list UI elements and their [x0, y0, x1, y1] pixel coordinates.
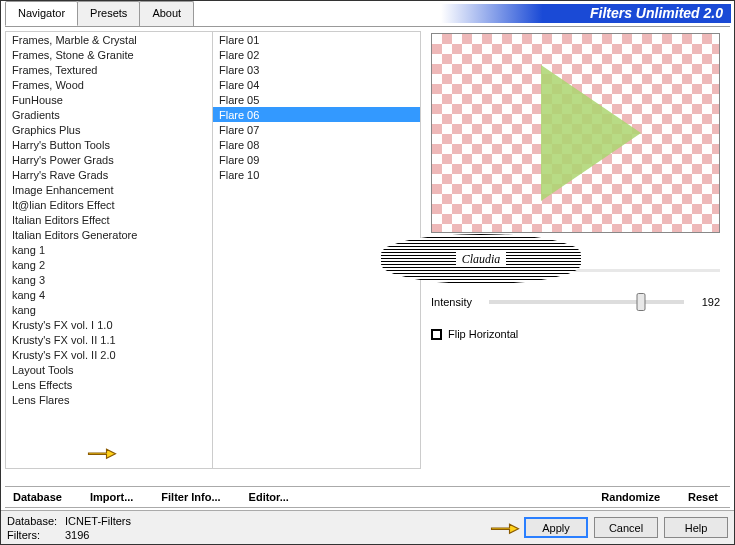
flip-horizontal-checkbox[interactable]: [431, 329, 442, 340]
list-item[interactable]: Lens Effects: [6, 377, 212, 392]
slider-thumb[interactable]: [637, 293, 646, 311]
editor-link[interactable]: Editor...: [249, 491, 289, 503]
list-item[interactable]: Flare 07: [213, 122, 420, 137]
header: Navigator Presets About Filters Unlimite…: [1, 1, 734, 26]
list-item[interactable]: Gradients: [6, 107, 212, 122]
intensity-label: Intensity: [431, 296, 481, 308]
footer-meta: Database:ICNET-Filters Filters:3196: [1, 514, 524, 542]
tab-navigator[interactable]: Navigator: [5, 1, 78, 26]
list-item[interactable]: Flare 10: [213, 167, 420, 182]
list-item[interactable]: Italian Editors Generatore: [6, 227, 212, 242]
intensity-value: 192: [692, 296, 720, 308]
list-item[interactable]: kang 4: [6, 287, 212, 302]
list-item[interactable]: Harry's Rave Grads: [6, 167, 212, 182]
right-panel: Claudia Flare 06 Intensity 192 Flip Hori…: [421, 31, 730, 469]
list-item[interactable]: kang 3: [6, 272, 212, 287]
list-item[interactable]: kang 2: [6, 257, 212, 272]
db-label: Database:: [7, 514, 65, 528]
list-item[interactable]: FunHouse: [6, 92, 212, 107]
footer: Database:ICNET-Filters Filters:3196 Appl…: [1, 510, 734, 544]
filters-label: Filters:: [7, 528, 65, 542]
list-item[interactable]: Frames, Stone & Granite: [6, 47, 212, 62]
list-item[interactable]: Krusty's FX vol. I 1.0: [6, 317, 212, 332]
list-item[interactable]: Harry's Power Grads: [6, 152, 212, 167]
db-value: ICNET-Filters: [65, 515, 131, 527]
tabs: Navigator Presets About: [1, 1, 193, 26]
reset-link[interactable]: Reset: [688, 491, 718, 503]
pointer-hand-icon: [490, 517, 520, 539]
intensity-slider[interactable]: [489, 300, 684, 304]
filters-value: 3196: [65, 529, 89, 541]
watermark-label: Claudia: [456, 252, 507, 267]
flare-shape-icon: [541, 65, 641, 201]
flip-horizontal-label: Flip Horizontal: [448, 328, 518, 340]
list-item[interactable]: Harry's Button Tools: [6, 137, 212, 152]
list-item[interactable]: kang 1: [6, 242, 212, 257]
list-item[interactable]: Frames, Wood: [6, 77, 212, 92]
list-item[interactable]: Image Enhancement: [6, 182, 212, 197]
database-link[interactable]: Database: [13, 491, 62, 503]
list-item[interactable]: Flare 06: [213, 107, 420, 122]
list-item[interactable]: Frames, Textured: [6, 62, 212, 77]
list-item[interactable]: Flare 05: [213, 92, 420, 107]
help-button[interactable]: Help: [664, 517, 728, 538]
footer-buttons: Apply Cancel Help: [524, 517, 734, 538]
action-bar: Database Import... Filter Info... Editor…: [5, 486, 730, 508]
pointer-hand-icon: [87, 442, 117, 464]
main: Frames, Marble & CrystalFrames, Stone & …: [5, 31, 730, 469]
flip-horizontal-row: Flip Horizontal: [431, 328, 720, 340]
cancel-button[interactable]: Cancel: [594, 517, 658, 538]
list-item[interactable]: Krusty's FX vol. II 1.1: [6, 332, 212, 347]
randomize-link[interactable]: Randomize: [601, 491, 660, 503]
list-item[interactable]: It@lian Editors Effect: [6, 197, 212, 212]
list-item[interactable]: Italian Editors Effect: [6, 212, 212, 227]
list-item[interactable]: Frames, Marble & Crystal: [6, 32, 212, 47]
import-link[interactable]: Import...: [90, 491, 133, 503]
app-title: Filters Unlimited 2.0: [441, 4, 731, 23]
tab-about[interactable]: About: [139, 1, 194, 26]
list-item[interactable]: Krusty's FX vol. II 2.0: [6, 347, 212, 362]
preview-canvas: [431, 33, 720, 233]
list-item[interactable]: Flare 08: [213, 137, 420, 152]
list-item[interactable]: Flare 02: [213, 47, 420, 62]
watermark: Claudia: [381, 234, 581, 284]
list-item[interactable]: Flare 03: [213, 62, 420, 77]
list-item[interactable]: kang: [6, 302, 212, 317]
apply-button[interactable]: Apply: [524, 517, 588, 538]
list-item[interactable]: Flare 04: [213, 77, 420, 92]
intensity-row: Intensity 192: [431, 296, 720, 308]
list-item[interactable]: Graphics Plus: [6, 122, 212, 137]
category-list[interactable]: Frames, Marble & CrystalFrames, Stone & …: [5, 31, 213, 469]
list-item[interactable]: Flare 01: [213, 32, 420, 47]
filter-info-link[interactable]: Filter Info...: [161, 491, 220, 503]
list-item[interactable]: Flare 09: [213, 152, 420, 167]
list-item[interactable]: Layout Tools: [6, 362, 212, 377]
list-item[interactable]: Lens Flares: [6, 392, 212, 407]
tab-presets[interactable]: Presets: [77, 1, 140, 26]
